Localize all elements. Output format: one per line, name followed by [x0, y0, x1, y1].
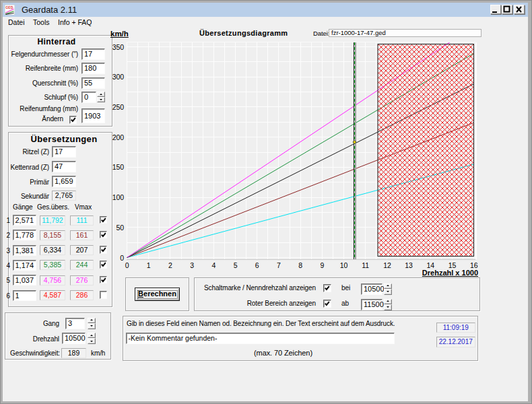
svg-text:GED: GED	[5, 5, 13, 9]
